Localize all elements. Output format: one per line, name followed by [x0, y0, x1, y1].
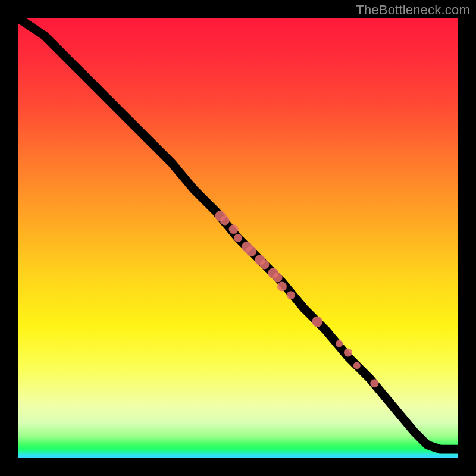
data-marker	[312, 317, 322, 327]
data-marker	[229, 224, 239, 234]
main-curve	[18, 18, 458, 449]
data-marker	[277, 281, 287, 291]
chart-svg	[18, 18, 458, 458]
data-marker	[273, 273, 283, 283]
data-marker	[220, 215, 230, 225]
data-marker	[259, 259, 269, 269]
data-marker	[336, 340, 343, 347]
watermark-text: TheBottleneck.com	[356, 2, 470, 18]
data-marker	[287, 291, 295, 299]
data-marker	[370, 379, 378, 387]
data-marker	[353, 362, 361, 369]
data-marker	[246, 246, 256, 256]
plot-area	[18, 18, 458, 458]
data-marker	[234, 234, 242, 242]
data-marker	[344, 348, 352, 356]
chart-frame: TheBottleneck.com	[0, 0, 476, 476]
